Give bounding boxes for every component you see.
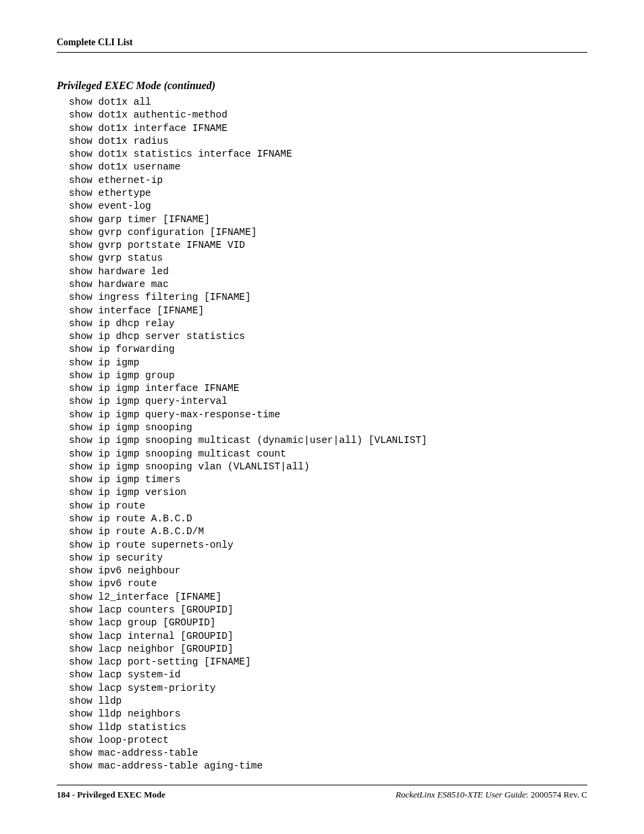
footer-revision: : 2000574 Rev. C: [526, 789, 587, 800]
footer-guide-name: RocketLinx ES8510-XTE User Guide: [396, 789, 526, 800]
footer-guide-info: RocketLinx ES8510-XTE User Guide: 200057…: [396, 789, 587, 800]
page-footer: 184 - Privileged EXEC Mode RocketLinx ES…: [57, 785, 587, 800]
page-header: Complete CLI List: [57, 37, 587, 53]
section-title: Privileged EXEC Mode (continued): [57, 80, 587, 92]
cli-command-list: show dot1x all show dot1x authentic-meth…: [57, 96, 587, 773]
header-title: Complete CLI List: [57, 37, 133, 47]
footer-page-label: 184 - Privileged EXEC Mode: [57, 789, 165, 800]
page-container: Complete CLI List Privileged EXEC Mode (…: [0, 0, 644, 773]
